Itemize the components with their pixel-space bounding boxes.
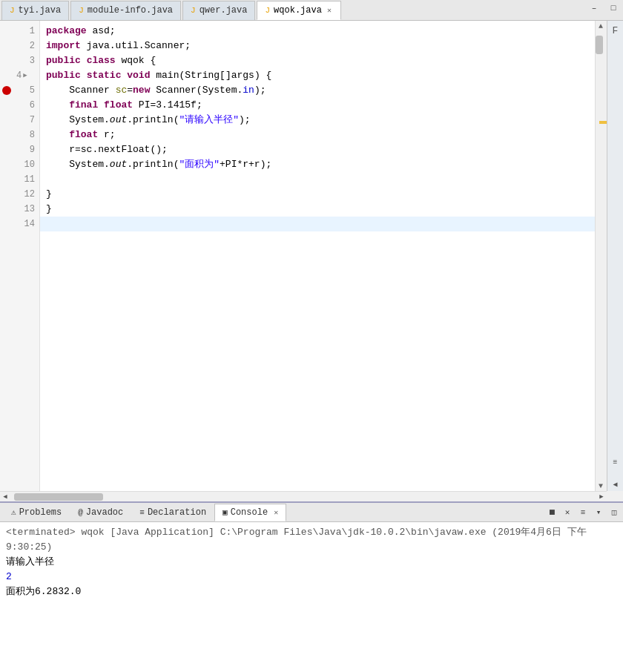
- code-line-1: package asd;: [40, 24, 595, 39]
- stop-button[interactable]: ⏹: [544, 506, 559, 519]
- maximize-button[interactable]: □: [604, 0, 623, 16]
- breakpoint-line5[interactable]: [2, 86, 11, 95]
- panel-icon-1[interactable]: F: [609, 24, 622, 37]
- editor-right-sidebar: F ≡ ◀: [607, 21, 623, 491]
- code-line-13: }: [40, 202, 595, 217]
- tab-tyi[interactable]: J tyi.java: [1, 1, 69, 20]
- line-num-7: 7: [16, 113, 35, 128]
- view-menu-button[interactable]: ▾: [591, 506, 606, 519]
- code-line-3: public class wqok {: [40, 53, 595, 68]
- scroll-left-arrow[interactable]: ◀: [0, 492, 10, 502]
- code-line-11: [40, 172, 595, 187]
- bottom-panel: ⚠ Problems @ Javadoc ≡ Declaration ▣ Con…: [0, 501, 623, 672]
- tab-declaration-label: Declaration: [148, 507, 206, 518]
- horizontal-scrollbar[interactable]: ◀ ▶: [0, 491, 607, 501]
- menu-button[interactable]: ≡: [576, 506, 590, 519]
- tab-qwer-label: qwer.java: [200, 5, 248, 16]
- tab-problems-label: Problems: [19, 507, 62, 518]
- console-icon: ▣: [222, 507, 228, 517]
- tab-module-info-label: module-info.java: [88, 5, 173, 16]
- line-num-11: 11: [16, 172, 35, 187]
- problems-icon: ⚠: [11, 507, 16, 517]
- code-line-7: System.out.println("请输入半径");: [40, 113, 595, 128]
- tab-tyi-label: tyi.java: [19, 5, 62, 16]
- java-file-icon: J: [265, 6, 270, 15]
- line-num-2: 2: [16, 39, 35, 53]
- h-scroll-thumb[interactable]: [14, 493, 103, 501]
- tab-wqok-label: wqok.java: [274, 5, 322, 16]
- line-num-9: 9: [16, 142, 35, 157]
- window-controls: – □: [584, 0, 623, 21]
- code-line-4: public static void main(String[]args) {: [40, 68, 595, 83]
- scroll-down-arrow[interactable]: ▼: [596, 481, 606, 491]
- tab-problems[interactable]: ⚠ Problems: [3, 504, 70, 521]
- panel-icon-2[interactable]: ≡: [609, 455, 622, 469]
- scroll-right-arrow[interactable]: ▶: [596, 492, 607, 502]
- line-num-14: 14: [16, 217, 35, 231]
- tab-wqok[interactable]: J wqok.java ✕: [257, 1, 340, 20]
- code-content[interactable]: package asd; import java.util.Scanner; p…: [40, 21, 595, 491]
- collapse-icon[interactable]: ◀: [609, 478, 622, 491]
- code-line-6: final float PI=3.1415f;: [40, 98, 595, 113]
- tab-module-info[interactable]: J module-info.java: [70, 1, 181, 20]
- tab-close-button[interactable]: ✕: [326, 5, 333, 16]
- tab-javadoc[interactable]: @ Javadoc: [70, 504, 131, 521]
- javadoc-icon: @: [78, 508, 83, 517]
- line-num-3: 3: [16, 53, 35, 68]
- line-num-13: 13: [16, 202, 35, 217]
- java-file-icon: J: [191, 6, 196, 15]
- minimize-button[interactable]: –: [584, 0, 604, 16]
- tab-javadoc-label: Javadoc: [86, 507, 123, 518]
- code-line-9: r=sc.nextFloat();: [40, 142, 595, 157]
- console-tab-close[interactable]: ✕: [274, 508, 278, 517]
- java-file-icon: J: [10, 6, 15, 15]
- code-line-14: [40, 217, 595, 231]
- line-num-6: 6: [16, 98, 35, 113]
- code-line-12: }: [40, 187, 595, 202]
- line-numbers: 1 2 3 4▶ 5 6 7 8 9 10 11 12 13 14: [13, 21, 40, 491]
- layout-button[interactable]: ◫: [607, 506, 622, 519]
- scroll-track[interactable]: [596, 31, 607, 481]
- console-output-line-1: 请输入半径: [6, 555, 617, 570]
- line-num-4: 4▶: [16, 68, 35, 83]
- bottom-tab-bar: ⚠ Problems @ Javadoc ≡ Declaration ▣ Con…: [0, 503, 623, 522]
- console-output: <terminated> wqok [Java Application] C:\…: [0, 522, 623, 672]
- scroll-up-arrow[interactable]: ▲: [596, 21, 606, 31]
- line-num-12: 12: [16, 187, 35, 202]
- line-num-10: 10: [16, 157, 35, 172]
- tab-console-label: Console: [231, 507, 268, 518]
- console-toolbar: ⏹ ✕ ≡ ▾ ◫: [544, 506, 623, 519]
- code-line-5: Scanner sc=new Scanner(System.in);: [40, 83, 595, 98]
- h-scroll-track[interactable]: [10, 493, 596, 501]
- editor-gutter: [0, 21, 13, 491]
- tab-qwer[interactable]: J qwer.java: [182, 1, 255, 20]
- bookmark-indicator: [599, 121, 607, 124]
- line-num-5: 5: [16, 83, 35, 98]
- console-output-line-3: 面积为6.2832.0: [6, 584, 617, 599]
- console-terminated-line: <terminated> wqok [Java Application] C:\…: [6, 525, 617, 555]
- tab-declaration[interactable]: ≡ Declaration: [131, 504, 214, 521]
- tab-console[interactable]: ▣ Console ✕: [214, 504, 286, 521]
- editor-tab-bar: J tyi.java J module-info.java J qwer.jav…: [0, 0, 623, 21]
- code-editor: 1 2 3 4▶ 5 6 7 8 9 10 11 12 13 14 packag…: [0, 21, 623, 491]
- java-file-icon: J: [79, 6, 84, 15]
- code-line-10: System.out.println("面积为"+PI*r+r);: [40, 157, 595, 172]
- code-line-8: float r;: [40, 128, 595, 142]
- scroll-thumb[interactable]: [596, 36, 603, 54]
- line-num-1: 1: [16, 24, 35, 39]
- line-num-8: 8: [16, 128, 35, 142]
- declaration-icon: ≡: [139, 508, 145, 517]
- vertical-scrollbar[interactable]: ▲ ▼: [595, 21, 607, 491]
- code-line-2: import java.util.Scanner;: [40, 39, 595, 53]
- remove-button[interactable]: ✕: [560, 506, 575, 519]
- console-output-line-2: 2: [6, 570, 617, 584]
